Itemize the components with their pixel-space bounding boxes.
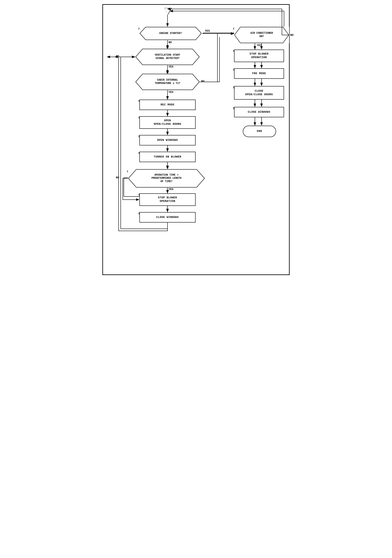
node-s4: REC MODE bbox=[139, 100, 196, 110]
node-end: END bbox=[243, 126, 276, 137]
node-s7-label: TURNED ON BLOWER bbox=[154, 155, 181, 159]
node-s5: OPENOPEN/CLOSE DOORS bbox=[139, 116, 196, 129]
node-s3-label: CABIN INTERNALTEMPERATURE ≥ T1? bbox=[155, 78, 180, 85]
s1-no-label: NO bbox=[168, 41, 172, 44]
s2-yes-label: YES bbox=[168, 65, 173, 68]
node-end-label: END bbox=[257, 130, 262, 133]
node-s1: ENGINE STARTED? bbox=[139, 27, 202, 40]
node-s8-label: OPERATION TIME >PREDETERMINED LENGTHOF T… bbox=[151, 174, 181, 183]
node-s10-label: CLOSE WINDOWS bbox=[156, 216, 179, 219]
node-s3: CABIN INTERNALTEMPERATURE ≥ T1? bbox=[135, 74, 200, 90]
node-s2-label: VENTILATION STARTSIGNAL DETECTED? bbox=[155, 53, 180, 60]
node-s14: CLOSEOPEN/CLOSE DOORS bbox=[234, 86, 284, 100]
node-s14-label: CLOSEOPEN/CLOSE DOORS bbox=[245, 89, 273, 96]
node-s8: OPERATION TIME >PREDETERMINED LENGTHOF T… bbox=[128, 169, 205, 188]
node-s6: OPEN WINDOWS bbox=[139, 135, 196, 145]
node-s12: STOP BLOWEROPERATION bbox=[234, 50, 284, 62]
s8-no-label: NO bbox=[116, 176, 119, 179]
node-s13: FRE MODE bbox=[234, 68, 284, 79]
node-s11: AIR CONDITIONERON? bbox=[234, 27, 289, 43]
node-s1-label: ENGINE STARTED? bbox=[159, 32, 182, 35]
s1-yes-label: YES bbox=[205, 29, 210, 33]
node-s4-label: REC MODE bbox=[161, 103, 174, 107]
node-s15-label: CLOSE WINDOWS bbox=[248, 110, 270, 114]
s3-no-label: NO bbox=[201, 80, 205, 83]
node-s6-label: OPEN WINDOWS bbox=[157, 139, 178, 142]
s3-yes-label: YES bbox=[168, 91, 173, 94]
node-s11-label: AIR CONDITIONERON? bbox=[250, 32, 273, 38]
s11-yes-label: YES bbox=[257, 44, 262, 47]
node-s9: STOP BLOWEROPERATION bbox=[139, 193, 196, 206]
start-triangle-inner bbox=[165, 8, 171, 14]
node-s9-label: STOP BLOWEROPERATION bbox=[158, 196, 177, 203]
s8-yes-label: YES bbox=[168, 188, 173, 191]
node-s5-label: OPENOPEN/CLOSE DOORS bbox=[154, 119, 181, 126]
node-s13-label: FRE MODE bbox=[252, 72, 266, 75]
node-s15: CLOSE WINDOWS bbox=[234, 107, 284, 117]
s2-no-label: NO bbox=[116, 55, 119, 58]
s11-no-label: NO bbox=[290, 34, 294, 37]
node-s12-label: STOP BLOWEROPERATION bbox=[250, 52, 268, 59]
flowchart: S1 ENGINE STARTED? YES NO S2 VENTILATION… bbox=[102, 4, 290, 275]
node-s2: VENTILATION STARTSIGNAL DETECTED? bbox=[135, 49, 200, 65]
node-s7: TURNED ON BLOWER bbox=[139, 152, 196, 162]
node-s10: CLOSE WINDOWS bbox=[139, 212, 196, 223]
